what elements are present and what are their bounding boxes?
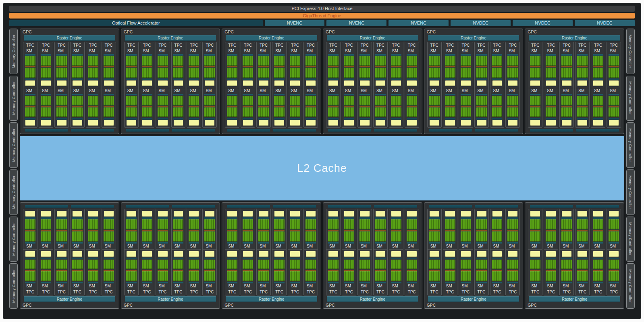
sm-core-block-green: [561, 96, 572, 105]
sm-cache-strip: [391, 217, 401, 219]
sm-label: SM: [72, 88, 83, 94]
sm-cache-strip: [391, 258, 401, 259]
tpc-block: TPCSMSM: [326, 209, 341, 295]
sm-core-block-green: [375, 56, 386, 66]
tpc-block: TPCSMSM: [389, 42, 403, 128]
sm-divider-strip: [546, 106, 556, 107]
rop-strip: [475, 205, 518, 208]
sm-scheduler-strip: [173, 94, 184, 95]
sm-block: SM: [560, 88, 573, 128]
memory-controller: Memory Controller: [626, 76, 635, 121]
sm-core-block-green: [561, 219, 572, 229]
sm-label: SM: [40, 244, 52, 249]
sm-unit-block-yellow: [445, 80, 455, 86]
sm-cache-strip: [274, 258, 285, 259]
gpc-label: GPC: [526, 303, 623, 308]
sm-core-block-green: [507, 107, 518, 117]
sm-block: SM: [257, 88, 270, 128]
sm-cache-strip: [445, 78, 455, 80]
sm-label: SM: [406, 283, 418, 289]
sm-unit-block-yellow: [25, 211, 35, 217]
sm-stack: SMSM: [506, 48, 519, 127]
sm-label: SM: [492, 244, 503, 249]
sm-block: SM: [544, 48, 558, 88]
sm-divider-strip: [258, 270, 269, 271]
sm-label: SM: [204, 244, 215, 249]
sm-block: SM: [71, 48, 84, 88]
sm-label: SM: [40, 88, 52, 94]
sm-unit-block-yellow: [430, 120, 439, 126]
sm-cache-strip: [227, 217, 237, 219]
sm-block: SM: [102, 209, 116, 249]
sm-core-block-green: [561, 56, 572, 66]
gpc-block: GPCRaster EngineTPCSMSMTPCSMSMTPCSMSMTPC…: [20, 202, 119, 309]
tpc-block: TPCSMSM: [225, 209, 239, 295]
sm-label: SM: [561, 48, 572, 54]
sm-unit-block-yellow: [73, 120, 82, 126]
tpc-label: TPC: [39, 42, 53, 48]
sm-stack: SMSM: [257, 48, 270, 127]
sm-block: SM: [475, 48, 488, 88]
sm-block: SM: [607, 48, 621, 88]
sm-core-block-green: [41, 271, 51, 281]
sm-core-block-green: [492, 107, 503, 117]
gpc-block: GPCRaster EngineTPCSMSMTPCSMSMTPCSMSMTPC…: [525, 202, 624, 309]
sm-block: SM: [560, 249, 573, 289]
sm-core-block-green: [546, 96, 556, 105]
sm-core-block-green: [104, 107, 114, 117]
sm-core-block-green: [290, 107, 300, 117]
sm-scheduler-strip: [461, 54, 471, 56]
sm-unit-block-yellow: [205, 251, 214, 257]
sm-block: SM: [528, 209, 542, 249]
sm-unit-block-yellow: [104, 80, 114, 86]
rop-strip-row: [425, 129, 522, 132]
sm-core-block-green: [429, 56, 440, 66]
sm-cache-strip: [561, 78, 572, 80]
raster-engine-label: Raster Engine: [562, 297, 587, 301]
sm-label: SM: [343, 88, 355, 94]
sm-scheduler-strip: [461, 94, 471, 95]
sm-core-block-green: [204, 271, 215, 281]
sm-scheduler-strip: [243, 94, 253, 95]
sm-core-block-green: [407, 271, 417, 281]
sm-label: SM: [429, 244, 440, 249]
tpc-label: TPC: [187, 42, 201, 48]
sm-core-block-green: [344, 231, 354, 242]
sm-scheduler-strip: [88, 94, 98, 95]
sm-core-block-green: [25, 260, 35, 270]
sm-block: SM: [187, 209, 201, 249]
sm-block: SM: [102, 48, 116, 88]
sm-label: SM: [188, 244, 199, 249]
sm-block: SM: [86, 249, 100, 289]
gpc-grid-bottom: GPCRaster EngineTPCSMSMTPCSMSMTPCSMSMTPC…: [20, 202, 624, 309]
memory-controller: Memory Controller: [626, 29, 635, 74]
tpc-label: TPC: [506, 289, 519, 295]
sm-scheduler-strip: [173, 54, 184, 56]
sm-cache-strip: [158, 217, 168, 219]
tpc-label: TPC: [225, 289, 239, 295]
sm-divider-strip: [25, 230, 35, 231]
sm-scheduler-strip: [445, 54, 455, 56]
sm-core-block-green: [391, 271, 401, 281]
sm-block: SM: [39, 209, 53, 249]
sm-unit-block-yellow: [259, 251, 268, 257]
sm-core-block-green: [492, 260, 503, 270]
sm-unit-block-yellow: [562, 120, 571, 126]
sm-divider-strip: [142, 270, 152, 271]
tpc-block: TPCSMSM: [373, 209, 388, 295]
tpc-label: TPC: [39, 289, 53, 295]
sm-unit-block-yellow: [530, 251, 540, 257]
gpc-label: GPC: [223, 29, 320, 35]
sm-divider-strip: [344, 270, 354, 271]
rop-strip-row: [324, 129, 421, 132]
sm-divider-strip: [158, 66, 168, 67]
tpc-block: TPCSMSM: [591, 209, 605, 295]
sm-core-block-green: [72, 271, 83, 281]
sm-label: SM: [429, 88, 440, 94]
rop-strip-row: [425, 205, 522, 208]
tpc-block: TPCSMSM: [505, 42, 520, 128]
sm-scheduler-strip: [445, 94, 455, 95]
tpc-label: TPC: [575, 42, 589, 48]
gpc-label: GPC: [425, 303, 522, 308]
sm-unit-block-yellow: [25, 251, 35, 257]
